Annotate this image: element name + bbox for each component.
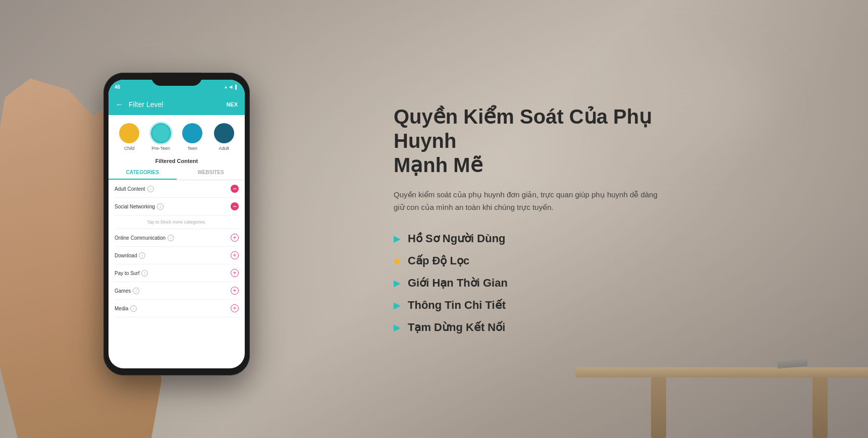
online-communication-label: Online Communication i [115, 235, 174, 241]
social-networking-remove-button[interactable]: − [231, 202, 239, 210]
filter-adult[interactable]: Adult [214, 123, 234, 151]
phone-frame: 46 ▲ ◀ ▐ ← Filter Level NEX [103, 73, 250, 375]
arrow-icon-1: ▶ [394, 233, 401, 244]
row-online-communication: Online Communication i + [115, 229, 239, 247]
phone-notch [151, 73, 202, 86]
media-add-button[interactable]: + [231, 304, 239, 312]
battery-icon: ▐ [234, 85, 237, 89]
next-button[interactable]: NEX [226, 101, 238, 107]
adult-content-info-icon[interactable]: i [147, 186, 154, 192]
filter-teen[interactable]: Teen [182, 123, 202, 151]
row-download: Download i + [115, 247, 239, 264]
signal-icon: ▲ [224, 85, 228, 89]
pay-to-surf-add-button[interactable]: + [231, 269, 239, 277]
row-pay-to-surf: Pay to Surf i + [115, 264, 239, 282]
filtered-content-title: Filtered Content [108, 155, 245, 166]
games-text: Games [115, 288, 131, 294]
adult-content-label: Adult Content i [115, 186, 154, 192]
row-adult-content: Adult Content i − [115, 180, 239, 198]
heading-line1: Quyền Kiểm Soát Của Phụ Huynh [394, 105, 652, 152]
media-info-icon[interactable]: i [130, 305, 137, 312]
online-communication-text: Online Communication [115, 235, 166, 241]
pay-to-surf-text: Pay to Surf [115, 270, 139, 276]
main-heading: Quyền Kiểm Soát Của Phụ Huynh Mạnh Mẽ [394, 104, 666, 177]
status-time: 46 [115, 84, 120, 90]
media-text: Media [115, 306, 128, 311]
games-add-button[interactable]: + [231, 287, 239, 295]
row-games: Games i + [115, 282, 239, 300]
feature-list: ▶ Hồ Sơ Người Dùng ◆ Cấp Độ Lọc ▶ Giới H… [394, 232, 666, 334]
teen-label: Teen [187, 146, 197, 151]
social-networking-label: Social Networking i [115, 203, 164, 210]
online-communication-info-icon[interactable]: i [168, 235, 174, 241]
adult-content-remove-button[interactable]: − [231, 185, 239, 193]
feature-detailed-info: ▶ Thông Tin Chi Tiết [394, 299, 666, 312]
feature-text-5: Tạm Dừng Kết Nối [408, 321, 505, 334]
feature-filter-level: ◆ Cấp Độ Lọc [394, 254, 666, 267]
filter-circles: Child Pre-Teen Teen Adult [108, 115, 245, 155]
games-label: Games i [115, 288, 139, 294]
arrow-icon-5: ▶ [394, 322, 401, 333]
arrow-icon-2: ◆ [394, 255, 401, 266]
wifi-icon: ◀ [229, 85, 232, 89]
download-text: Download [115, 253, 137, 258]
tap-more-label: Tap to block more categories. [115, 215, 239, 229]
pay-to-surf-info-icon[interactable]: i [141, 270, 148, 277]
feature-text-4: Thông Tin Chi Tiết [408, 299, 506, 312]
preteen-circle[interactable] [151, 123, 171, 143]
download-info-icon[interactable]: i [139, 252, 145, 259]
child-circle[interactable] [119, 123, 139, 143]
teen-circle[interactable] [182, 123, 202, 143]
social-networking-info-icon[interactable]: i [157, 203, 164, 210]
adult-content-text: Adult Content [115, 186, 145, 192]
adult-circle[interactable] [214, 123, 234, 143]
download-label: Download i [115, 252, 145, 259]
app-header: ← Filter Level NEX [108, 94, 245, 115]
status-icons: ▲ ◀ ▐ [224, 85, 237, 89]
child-label: Child [124, 146, 135, 151]
right-content: Quyền Kiểm Soát Của Phụ Huynh Mạnh Mẽ Qu… [394, 104, 666, 334]
feature-text-2: Cấp Độ Lọc [408, 254, 469, 267]
media-label: Media i [115, 305, 137, 312]
feature-text-3: Giới Hạn Thời Gian [408, 277, 508, 290]
download-add-button[interactable]: + [231, 251, 239, 259]
sub-description: Quyền kiểm soát của phụ huynh đơn giản, … [394, 188, 666, 214]
row-social-networking: Social Networking i − [115, 198, 239, 215]
feature-user-profile: ▶ Hồ Sơ Người Dùng [394, 232, 666, 245]
preteen-label: Pre-Teen [151, 146, 170, 151]
online-communication-add-button[interactable]: + [231, 234, 239, 242]
tab-categories[interactable]: CATEGORIES [108, 166, 177, 180]
phone-mockup: 46 ▲ ◀ ▐ ← Filter Level NEX [103, 73, 250, 375]
arrow-icon-4: ▶ [394, 300, 401, 311]
filter-preteen[interactable]: Pre-Teen [151, 123, 171, 151]
phone-screen: 46 ▲ ◀ ▐ ← Filter Level NEX [108, 80, 245, 368]
games-info-icon[interactable]: i [133, 288, 139, 294]
back-button[interactable]: ← [116, 100, 124, 109]
feature-time-limit: ▶ Giới Hạn Thời Gian [394, 277, 666, 290]
row-media: Media i + [115, 300, 239, 317]
content-tabs: CATEGORIES WEBSITES [108, 166, 245, 180]
filter-child[interactable]: Child [119, 123, 139, 151]
arrow-icon-3: ▶ [394, 278, 401, 289]
feature-text-1: Hồ Sơ Người Dùng [408, 232, 506, 245]
adult-label: Adult [219, 146, 229, 151]
social-networking-text: Social Networking [115, 204, 155, 209]
left-panel: 46 ▲ ◀ ▐ ← Filter Level NEX [0, 0, 333, 438]
content-list: Adult Content i − Social Networking i − [108, 180, 245, 317]
heading-line2: Mạnh Mẽ [394, 154, 483, 176]
right-panel: Quyền Kiểm Soát Của Phụ Huynh Mạnh Mẽ Qu… [333, 0, 868, 438]
app-title: Filter Level [129, 100, 221, 108]
feature-pause-connection: ▶ Tạm Dừng Kết Nối [394, 321, 666, 334]
tab-websites[interactable]: WEBSITES [177, 166, 245, 180]
pay-to-surf-label: Pay to Surf i [115, 270, 148, 277]
